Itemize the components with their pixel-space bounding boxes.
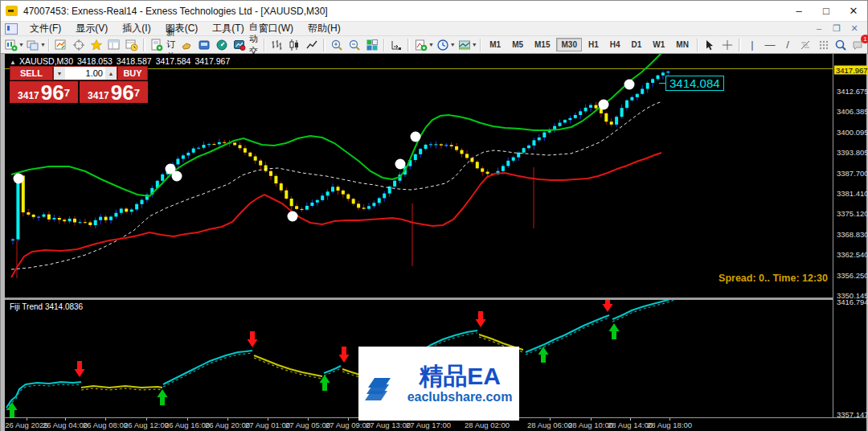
crosshair-icon[interactable] — [719, 37, 735, 53]
fibonacci-icon[interactable] — [797, 37, 813, 53]
volume-stepper: ▼ 1.00 ▲ — [53, 66, 117, 80]
tile-windows-icon[interactable] — [364, 37, 380, 53]
sell-price-sup: 7 — [64, 81, 70, 105]
sell-price[interactable]: 3417967 — [10, 81, 78, 103]
trendline-icon[interactable]: / — [780, 37, 796, 53]
autotrading-icon[interactable] — [231, 37, 248, 53]
terminal-icon[interactable] — [196, 37, 212, 53]
buy-button[interactable]: BUY — [117, 66, 148, 80]
menu-item[interactable]: 图表(C) — [158, 22, 206, 35]
timeframe-m5[interactable]: M5 — [507, 38, 528, 51]
trade-levels-icon[interactable] — [178, 37, 194, 53]
chart-window-icon — [5, 23, 18, 35]
title-bar: 47007453: Exness-Real14 - Exness Technol… — [1, 1, 867, 22]
periods-caret-icon[interactable]: ▼ — [450, 42, 456, 47]
zoom-in-icon[interactable] — [329, 37, 345, 53]
time-axis-label: 26 Aug 16:00 — [165, 421, 210, 429]
callout-tick — [659, 83, 665, 84]
menu-item[interactable]: 显示(V) — [68, 22, 115, 35]
history-center-icon[interactable] — [124, 37, 140, 53]
menu-bar: 文件(F)显示(V)插入(I)图表(C)工具(T)窗口(W)帮助(H) – ❐ … — [1, 22, 867, 36]
sell-button[interactable]: SELL — [10, 66, 53, 80]
shapes-grid-icon[interactable] — [815, 37, 831, 53]
buy-price[interactable]: 3417967 — [80, 81, 148, 103]
indicators-icon[interactable] — [413, 37, 429, 53]
timeframe-m30[interactable]: M30 — [556, 38, 581, 51]
price-scale-label: 3368.830 — [837, 230, 868, 239]
new-chart-caret-icon[interactable]: ▼ — [18, 42, 24, 47]
maximize-button[interactable]: □ — [813, 1, 840, 21]
mdi-minimize-button[interactable]: – — [813, 23, 825, 34]
strategy-tester-icon[interactable] — [214, 37, 230, 53]
timeframe-h1[interactable]: H1 — [583, 38, 604, 51]
close-button[interactable]: ✕ — [840, 1, 867, 21]
main-chart-pane[interactable]: ▲XAUUSD,M303418.0533418.5873417.5843417.… — [5, 54, 833, 298]
menu-item[interactable]: 工具(T) — [205, 22, 251, 35]
volume-down-button[interactable]: ▼ — [54, 67, 65, 80]
profiles-caret-icon[interactable]: ▼ — [40, 42, 46, 47]
current-price-tag: 3417.967 — [834, 66, 868, 75]
time-axis-label: 28 Aug 06:00 — [527, 421, 572, 429]
notification-badge: 1 — [861, 35, 868, 43]
time-axis-label: 26 Aug 08:00 — [83, 421, 128, 429]
new-chart-icon[interactable] — [3, 37, 19, 53]
time-axis-tick — [146, 418, 147, 421]
notifications-icon[interactable]: 1 — [850, 37, 866, 53]
data-window-icon[interactable] — [106, 37, 122, 53]
bar-chart-type-icon[interactable] — [268, 37, 285, 53]
menu-item[interactable]: 文件(F) — [23, 22, 68, 35]
search-icon[interactable] — [833, 37, 849, 53]
time-axis-tick — [550, 418, 551, 421]
volume-up-button[interactable]: ▲ — [105, 67, 117, 80]
menu-item[interactable]: 插入(I) — [115, 22, 158, 35]
sell-price-small: 3417 — [18, 90, 39, 101]
chart-region: ▲XAUUSD,M303418.0533418.5873417.5843417.… — [1, 54, 868, 431]
candlestick-type-icon[interactable] — [286, 37, 302, 53]
menu-item[interactable]: 窗口(W) — [252, 22, 301, 35]
market-watch-icon[interactable] — [53, 37, 69, 53]
mdi-restore-button[interactable]: ❐ — [830, 23, 843, 34]
favorites-star-icon[interactable] — [88, 37, 104, 53]
spread-time-label: Spread: 0.. Time: 12:30 — [719, 273, 828, 284]
new-order-icon[interactable] — [149, 37, 165, 53]
zoom-out-icon[interactable] — [346, 37, 362, 53]
templates-icon[interactable] — [457, 37, 473, 53]
time-axis-tick — [630, 418, 631, 421]
timeframe-m15[interactable]: M15 — [530, 38, 555, 51]
timeframe-buttons: M1M5M15M30H1H4D1W1MN — [484, 38, 694, 51]
time-axis-tick — [65, 418, 66, 421]
cursor-icon[interactable] — [702, 37, 718, 53]
price-scale-label: 3381.410 — [837, 189, 868, 198]
timeframe-mn[interactable]: MN — [671, 38, 694, 51]
periods-clock-icon[interactable] — [435, 37, 451, 53]
timeframe-h4[interactable]: H4 — [605, 38, 625, 51]
price-scale-label: 3406.385 — [837, 107, 868, 116]
line-chart-type-icon[interactable] — [304, 37, 320, 53]
auto-scroll-icon[interactable] — [388, 37, 404, 53]
profiles-icon[interactable] — [25, 37, 41, 53]
crosshair-target-icon[interactable] — [71, 37, 87, 53]
collapse-arrow-icon[interactable]: ▲ — [10, 59, 16, 66]
minimize-button[interactable]: – — [785, 1, 813, 21]
timeframe-m1[interactable]: M1 — [485, 38, 506, 51]
horizontal-line-icon[interactable]: — — [762, 37, 778, 53]
buy-price-big: 96 — [111, 84, 134, 101]
volume-input[interactable]: 1.00 — [65, 67, 105, 80]
price-scale-label: 3362.540 — [837, 250, 868, 259]
menu-items: 文件(F)显示(V)插入(I)图表(C)工具(T)窗口(W)帮助(H) — [23, 22, 348, 35]
vertical-line-icon[interactable]: | — [744, 37, 760, 53]
indicators-caret-icon[interactable]: ▼ — [428, 42, 434, 47]
open-value: 3418.053 — [77, 56, 113, 66]
menu-item[interactable]: 帮助(H) — [301, 22, 348, 35]
time-axis-label: 28 Aug 18:00 — [647, 421, 692, 429]
time-axis-label: 26 Aug 04:00 — [43, 421, 88, 429]
toolbar: ▼ ▼ 新订单 自动交易 ▼ ▼ ▼ M1M5M15M30H1H4D1W1MN — [1, 36, 867, 54]
price-scale-label: 3375.120 — [837, 209, 868, 218]
timeframe-w1[interactable]: W1 — [648, 38, 669, 51]
mdi-close-button[interactable]: ✕ — [848, 23, 861, 34]
watermark-url: eaclubshare.com — [405, 390, 514, 404]
time-axis-label: 27 Aug 17:00 — [406, 421, 451, 429]
price-scale[interactable]: 3412.6753406.3853400.0953393.8053387.700… — [833, 54, 866, 417]
templates-caret-icon[interactable]: ▼ — [472, 42, 477, 47]
timeframe-d1[interactable]: D1 — [627, 38, 647, 51]
